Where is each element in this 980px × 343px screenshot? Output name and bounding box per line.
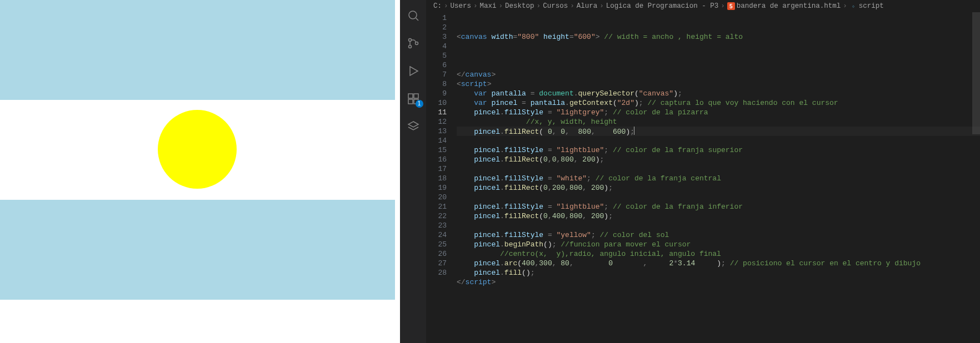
code-token: // color de la franja inferior: [613, 203, 743, 211]
code-token: ;: [587, 174, 591, 183]
code-line[interactable]: //x, y, width, height: [457, 117, 980, 127]
code-token: "lightblue": [557, 146, 604, 154]
code-line[interactable]: [457, 221, 980, 230]
code-token: pincel: [474, 212, 500, 220]
code-line[interactable]: pincel.fillStyle = "lightblue"; // color…: [457, 202, 980, 211]
svg-rect-8: [408, 99, 413, 104]
editor-vertical-scrollbar[interactable]: [972, 12, 980, 343]
code-line[interactable]: pincel.arc(400,300, 80, 0 , 2*3.14 ); //…: [457, 259, 980, 268]
search-icon[interactable]: [400, 4, 427, 27]
code-token: ,: [552, 259, 557, 268]
code-line[interactable]: pincel.beginPath(); //funcion para mover…: [457, 240, 980, 249]
code-line[interactable]: pincel.fillRect( 0, 0, 800, 600);: [457, 127, 980, 136]
code-token: <: [457, 33, 461, 41]
code-token: ): [604, 212, 608, 220]
code-token: 0: [543, 184, 548, 192]
code-line[interactable]: </script>: [457, 278, 980, 287]
code-token: >: [491, 278, 496, 286]
code-token: =: [548, 174, 552, 183]
breadcrumb-segment[interactable]: Desktop: [505, 2, 534, 10]
breadcrumb-segment[interactable]: C:: [433, 2, 442, 10]
code-token: ;: [600, 155, 604, 164]
code-line[interactable]: [457, 136, 980, 145]
extensions-icon[interactable]: [400, 88, 427, 110]
code-line[interactable]: [457, 287, 980, 296]
code-token: getContext: [569, 99, 613, 107]
chevron-right-icon: ›: [721, 2, 725, 10]
code-token: (: [517, 259, 522, 268]
code-token: pincel: [491, 99, 517, 107]
breadcrumb-segment[interactable]: Users: [451, 2, 472, 10]
chevron-right-icon: ›: [570, 2, 574, 10]
code-line[interactable]: </canvas>: [457, 70, 980, 79]
svg-point-3: [408, 46, 411, 48]
code-token: 300: [539, 259, 552, 268]
code-token: 200: [552, 184, 565, 192]
code-line[interactable]: [457, 60, 980, 70]
code-token: pincel: [474, 259, 500, 268]
code-token: fillStyle: [504, 203, 543, 211]
breadcrumb[interactable]: C:›Users›Maxi›Desktop›Cursos›Alura›Logic…: [427, 0, 980, 12]
code-token: //centro(x, y),radio, angulo inicial, an…: [500, 250, 721, 258]
code-token: document: [539, 89, 573, 98]
code-line[interactable]: var pantalla = document.querySelector("c…: [457, 89, 980, 98]
breadcrumb-segment[interactable]: Maxi: [480, 2, 497, 10]
code-line[interactable]: <script>: [457, 79, 980, 89]
code-token: .: [500, 108, 504, 117]
code-line[interactable]: <canvas width="800" height="600"> // wid…: [457, 32, 980, 42]
svg-marker-5: [410, 67, 418, 75]
code-token: (: [613, 99, 617, 107]
code-line[interactable]: [457, 42, 980, 51]
line-number: 26: [427, 249, 447, 259]
code-token: (: [539, 155, 543, 164]
code-token: canvas: [466, 70, 492, 79]
code-token: (: [539, 184, 543, 192]
code-token: "yellow": [557, 231, 591, 239]
line-number: 17: [427, 164, 447, 174]
code-token: ): [673, 89, 678, 98]
breadcrumb-segment[interactable]: Logica de Programacion - P3: [606, 2, 719, 10]
breadcrumb-segment[interactable]: Cursos: [543, 2, 568, 10]
activity-bar: [400, 0, 427, 343]
code-line[interactable]: pincel.fillStyle = "lightblue"; // color…: [457, 145, 980, 155]
breadcrumb-symbol[interactable]: script: [859, 2, 884, 10]
code-line[interactable]: pincel.fillStyle = "yellow"; // color de…: [457, 230, 980, 240]
line-number: 22: [427, 211, 447, 221]
code-line[interactable]: pincel.fill();: [457, 268, 980, 278]
code-line[interactable]: pincel.fillRect(0,0,800, 200);: [457, 155, 980, 164]
scrollbar-thumb[interactable]: [972, 12, 980, 134]
code-token: [543, 174, 548, 183]
code-line[interactable]: [457, 164, 980, 174]
code-content[interactable]: <canvas width="800" height="600"> // wid…: [457, 12, 980, 343]
code-token: (: [543, 240, 548, 249]
code-token: ;: [639, 99, 643, 107]
code-token: var: [474, 89, 487, 98]
code-token: ): [717, 259, 721, 268]
code-line[interactable]: var pincel = pantalla.getContext("2d"); …: [457, 98, 980, 108]
code-line[interactable]: //centro(x, y),radio, angulo inicial, an…: [457, 249, 980, 259]
code-token: 0: [552, 155, 557, 164]
source-control-icon[interactable]: [400, 32, 427, 54]
code-token: [587, 212, 591, 220]
code-area[interactable]: 1234567891011121314151617181920212223242…: [427, 12, 980, 343]
code-token: [587, 184, 591, 192]
code-token: ;: [608, 184, 613, 192]
code-token: // captura lo que voy haciendo con el cu…: [647, 99, 838, 107]
remote-icon[interactable]: [400, 115, 427, 138]
chevron-right-icon: ›: [537, 2, 541, 10]
code-line[interactable]: pincel.fillStyle = "lightgrey"; // color…: [457, 108, 980, 117]
code-line[interactable]: pincel.fillRect(0,200,800, 200);: [457, 183, 980, 193]
code-token: *: [673, 259, 678, 268]
svg-point-0: [409, 11, 417, 19]
code-token: pincel: [474, 231, 500, 239]
breadcrumb-segment[interactable]: Alura: [577, 2, 598, 10]
code-line[interactable]: pincel.fillRect(0,400,800, 200);: [457, 211, 980, 221]
code-token: ;: [604, 146, 608, 154]
run-debug-icon[interactable]: [400, 60, 427, 82]
code-line[interactable]: pincel.fillStyle = "white"; // color de …: [457, 174, 980, 183]
code-line[interactable]: [457, 51, 980, 60]
code-token: ,: [548, 184, 552, 192]
breadcrumb-file[interactable]: bandera de argentina.html: [737, 2, 841, 10]
code-line[interactable]: [457, 193, 980, 202]
code-token: ,: [565, 184, 569, 192]
